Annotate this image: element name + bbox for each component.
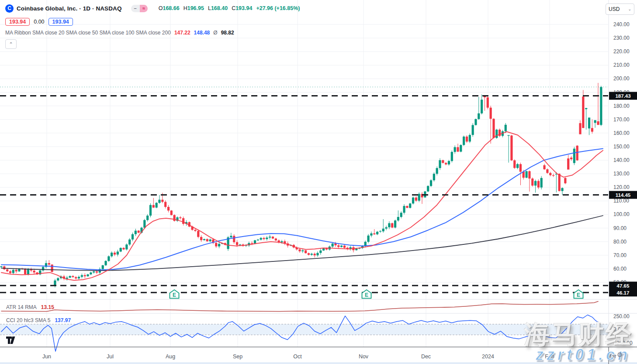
earnings-badges[interactable]: EEE [170, 290, 583, 299]
ohlc-readout: O168.66 H196.95 L168.40 C193.94 +27.96 (… [159, 5, 300, 11]
close-value: 193.94 [235, 5, 252, 11]
atr-value: 13.15 [41, 304, 54, 310]
svg-text:60.00: 60.00 [613, 266, 627, 272]
approx-icon: ≈ [140, 5, 148, 12]
svg-text:47.65: 47.65 [617, 283, 630, 288]
time-axis-label: Jul [107, 354, 114, 360]
high-value: 196.95 [187, 5, 204, 11]
trading-chart-window: EEE240.00230.00220.00210.00200.00190.001… [0, 0, 637, 364]
svg-text:180.00: 180.00 [613, 103, 630, 109]
time-axis-label: Jun [42, 354, 51, 360]
svg-text:80.00: 80.00 [613, 239, 627, 245]
svg-text:210.00: 210.00 [613, 62, 630, 68]
svg-text:120.00: 120.00 [613, 184, 630, 190]
time-axis-label: Feb [545, 354, 554, 360]
svg-text:−250.00: −250.00 [613, 340, 633, 346]
gear-icon[interactable]: ⚙ [617, 351, 623, 359]
atr-pane [1, 302, 598, 312]
price-lines[interactable] [0, 87, 608, 292]
sma20-value: 147.22 [174, 30, 190, 36]
svg-text:46.17: 46.17 [617, 290, 630, 295]
candles [0, 83, 602, 288]
spread-value: 0.00 [34, 19, 44, 25]
chevron-down-icon: ⌄ [628, 7, 631, 11]
svg-text:150.00: 150.00 [613, 144, 630, 150]
market-status-pill[interactable]: – ≈ [131, 5, 148, 12]
svg-text:100.00: 100.00 [613, 211, 630, 217]
time-axis-label: Oct [293, 354, 302, 360]
chart-header: C Coinbase Global, Inc. · 1D · NASDAQ – … [5, 3, 300, 49]
change-value: +27.96 (+16.85%) [256, 5, 300, 11]
low-label: L [208, 5, 211, 11]
close-label: C [232, 5, 235, 11]
sma50-value: 148.48 [194, 30, 210, 36]
open-value: 168.66 [163, 5, 179, 11]
svg-text:200.00: 200.00 [613, 76, 630, 82]
svg-text:170.00: 170.00 [613, 117, 630, 123]
svg-text:70.00: 70.00 [613, 252, 627, 258]
time-axis-label: Dec [421, 354, 431, 360]
tradingview-logo-icon[interactable] [5, 334, 17, 347]
price-axis[interactable]: 240.00230.00220.00210.00200.00190.00180.… [609, 21, 637, 346]
svg-text:187.43: 187.43 [615, 93, 630, 99]
svg-text:250.00: 250.00 [613, 313, 630, 319]
svg-text:0.00: 0.00 [613, 326, 624, 333]
svg-text:230.00: 230.00 [613, 35, 630, 41]
gridlines [0, 0, 608, 347]
minus-icon: – [131, 5, 140, 12]
buy-price-chip[interactable]: 193.94 [48, 18, 73, 26]
open-label: O [159, 5, 163, 11]
time-axis-label: Nov [359, 354, 369, 360]
svg-text:E: E [365, 292, 368, 298]
time-axis-label: Aug [166, 354, 175, 360]
atr-legend[interactable]: ATR 14 RMA 13.15 [6, 304, 54, 310]
currency-label: USD [609, 6, 620, 12]
svg-text:220.00: 220.00 [613, 48, 630, 55]
high-label: H [183, 5, 187, 11]
symbol-title[interactable]: Coinbase Global, Inc. · 1D · NASDAQ [17, 5, 122, 12]
atr-line [1, 302, 598, 312]
cci-pane [0, 315, 608, 352]
cci-label: CCI 20 hlc3 SMA 5 [6, 317, 50, 323]
cci-legend[interactable]: CCI 20 hlc3 SMA 5 137.97 [6, 317, 71, 323]
svg-text:240.00: 240.00 [613, 21, 630, 27]
sma200-line [1, 216, 603, 271]
chart-canvas[interactable]: EEE240.00230.00220.00210.00200.00190.001… [0, 0, 637, 364]
collapse-indicators-button[interactable]: ⌃ [5, 39, 17, 49]
time-axis[interactable]: JunJulAugSepOctNovDec2024FebMar [42, 354, 616, 360]
svg-text:130.00: 130.00 [613, 171, 630, 177]
svg-text:E: E [173, 292, 176, 298]
sell-price-chip[interactable]: 193.94 [5, 18, 30, 26]
ma-ribbon-title: MA Ribbon SMA close 20 SMA close 50 SMA … [5, 30, 171, 36]
svg-text:160.00: 160.00 [613, 130, 630, 136]
svg-text:140.00: 140.00 [613, 157, 630, 163]
sma200-value: 98.82 [221, 30, 234, 36]
ma-ribbon-legend[interactable]: MA Ribbon SMA close 20 SMA close 50 SMA … [5, 30, 300, 36]
svg-text:90.00: 90.00 [613, 225, 627, 231]
low-value: 168.40 [211, 5, 228, 11]
sma50-line [1, 149, 603, 270]
coinbase-logo-icon: C [5, 4, 14, 13]
time-axis-label: Sep [233, 354, 242, 360]
currency-selector[interactable]: USD ⌄ [606, 3, 634, 15]
average-symbol: Ø [213, 30, 217, 36]
time-axis-label: Mar [607, 354, 616, 360]
atr-label: ATR 14 RMA [6, 304, 37, 310]
cci-value: 137.97 [55, 317, 71, 323]
time-axis-label: 2024 [482, 354, 494, 360]
svg-text:114.45: 114.45 [616, 192, 631, 198]
svg-text:E: E [577, 292, 580, 298]
